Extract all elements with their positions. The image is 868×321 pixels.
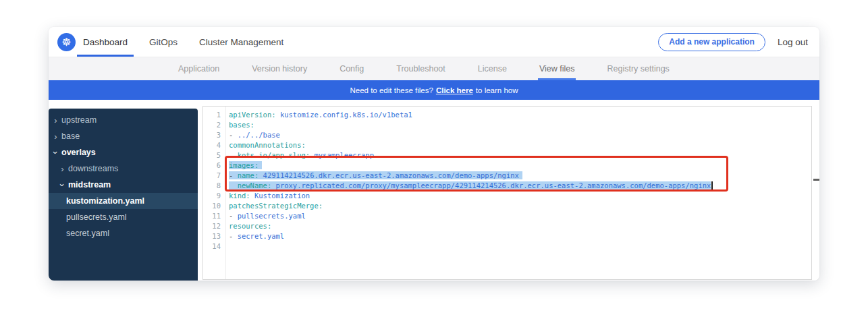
token-key: images: bbox=[229, 161, 259, 169]
tree-item-label: secret.yaml bbox=[66, 229, 109, 238]
editor-scrollbar-thumb[interactable] bbox=[813, 179, 819, 181]
code-line-2[interactable]: bases: bbox=[229, 120, 811, 130]
logout-button[interactable]: Log out bbox=[778, 37, 808, 47]
kubernetes-logo-icon: ☸ bbox=[57, 33, 76, 51]
tree-item-kustomization-yaml[interactable]: kustomization.yaml bbox=[49, 193, 198, 209]
chevron-right-icon: › bbox=[59, 165, 65, 173]
code-line-7[interactable]: - name: 429114214526.dkr.ecr.us-east-2.a… bbox=[229, 171, 811, 181]
token-key: newName: bbox=[238, 181, 272, 189]
token-val: secret.yaml bbox=[238, 232, 285, 240]
token-key: kind: bbox=[229, 192, 250, 200]
subnav-tab-registry-settings[interactable]: Registry settings bbox=[605, 57, 670, 80]
line-number: 3 bbox=[203, 130, 221, 140]
code-line-9[interactable]: kind: Kustomization bbox=[229, 191, 811, 201]
token-key: patchesStrategicMerge: bbox=[229, 202, 323, 210]
tree-item-label: overlays bbox=[61, 148, 96, 157]
subnav-tab-config[interactable]: Config bbox=[338, 57, 365, 80]
application-subnav: ApplicationVersion historyConfigTroubles… bbox=[49, 57, 819, 80]
tree-item-base[interactable]: ›base bbox=[49, 128, 198, 144]
line-number: 1 bbox=[203, 110, 221, 120]
token-key: apiVersion: bbox=[229, 111, 276, 119]
line-number-gutter: 1234567891011121314 bbox=[203, 107, 226, 279]
chevron-right-icon: › bbox=[53, 116, 59, 125]
token-key: kots.io/app-slug: bbox=[238, 151, 310, 159]
tree-item-label: base bbox=[61, 132, 80, 141]
banner-text-after: to learn how bbox=[476, 86, 518, 94]
token-plain bbox=[229, 181, 238, 189]
selected-text: newName: proxy.replicated.com/proxy/mysa… bbox=[229, 181, 711, 189]
code-line-6[interactable]: images: bbox=[229, 160, 811, 171]
code-line-14[interactable] bbox=[229, 241, 811, 252]
line-number: 2 bbox=[203, 120, 221, 130]
token-meta: - bbox=[229, 212, 238, 220]
tree-item-label: kustomization.yaml bbox=[66, 196, 144, 206]
edit-files-banner: Need to edit these files? Click here to … bbox=[49, 80, 819, 100]
code-line-5[interactable]: kots.io/app-slug: mysampleecrapp bbox=[229, 150, 811, 160]
add-new-application-button[interactable]: Add a new application bbox=[658, 33, 765, 51]
chevron-down-icon: › bbox=[51, 150, 60, 156]
view-files-content: ›upstream›base›overlays›downstreams›mids… bbox=[49, 100, 819, 281]
code-line-1[interactable]: apiVersion: kustomize.config.k8s.io/v1be… bbox=[229, 110, 811, 120]
top-nav-right: Add a new application Log out bbox=[658, 27, 819, 57]
subnav-tab-license[interactable]: License bbox=[477, 57, 508, 80]
tree-item-downstreams[interactable]: ›downstreams bbox=[49, 160, 198, 177]
top-navigation-bar: ☸ DashboardGitOpsCluster Management Add … bbox=[49, 27, 819, 57]
tree-item-midstream[interactable]: ›midstream bbox=[49, 177, 198, 193]
nav-tab-gitops[interactable]: GitOps bbox=[143, 27, 184, 57]
code-line-4[interactable]: commonAnnotations: bbox=[229, 140, 811, 150]
token-meta: - bbox=[229, 232, 238, 240]
token-val: proxy.replicated.com/proxy/mysampleecrap… bbox=[276, 181, 711, 189]
tree-item-label: midstream bbox=[68, 180, 111, 189]
line-number: 4 bbox=[203, 140, 221, 150]
text-cursor bbox=[711, 181, 713, 189]
nav-tab-cluster-management[interactable]: Cluster Management bbox=[193, 27, 290, 57]
token-key: bases: bbox=[229, 121, 254, 129]
tree-item-label: pullsecrets.yaml bbox=[66, 212, 127, 222]
tree-item-overlays[interactable]: ›overlays bbox=[49, 144, 198, 160]
nav-tab-dashboard[interactable]: Dashboard bbox=[77, 27, 134, 57]
token-key: name: bbox=[238, 171, 259, 179]
subnav-tab-application[interactable]: Application bbox=[177, 57, 221, 80]
token-key: resources: bbox=[229, 222, 271, 230]
token-val: mysampleecrapp bbox=[314, 151, 374, 159]
top-nav-tabs: DashboardGitOpsCluster Management bbox=[76, 27, 290, 57]
tree-item-label: upstream bbox=[61, 115, 97, 125]
chevron-right-icon: › bbox=[53, 132, 59, 141]
line-number: 6 bbox=[203, 160, 221, 171]
tree-item-secret-yaml[interactable]: secret.yaml bbox=[49, 225, 198, 241]
subnav-tab-version-history[interactable]: Version history bbox=[250, 57, 308, 80]
file-tree-sidebar: ›upstream›base›overlays›downstreams›mids… bbox=[49, 109, 198, 281]
line-number: 13 bbox=[203, 231, 221, 241]
code-line-8[interactable]: newName: proxy.replicated.com/proxy/mysa… bbox=[229, 181, 811, 191]
code-editor[interactable]: 1234567891011121314 apiVersion: kustomiz… bbox=[202, 106, 812, 280]
line-number: 8 bbox=[203, 181, 221, 191]
token-val: pullsecrets.yaml bbox=[238, 212, 306, 220]
token-val: ../../base bbox=[238, 131, 280, 139]
code-line-11[interactable]: - pullsecrets.yaml bbox=[229, 211, 811, 221]
line-number: 9 bbox=[203, 191, 221, 201]
code-pane[interactable]: apiVersion: kustomize.config.k8s.io/v1be… bbox=[226, 107, 811, 279]
token-key: commonAnnotations: bbox=[229, 141, 306, 149]
selected-text: - name: 429114214526.dkr.ecr.us-east-2.a… bbox=[229, 171, 522, 179]
line-number: 12 bbox=[203, 221, 221, 231]
code-line-13[interactable]: - secret.yaml bbox=[229, 231, 811, 241]
tree-item-upstream[interactable]: ›upstream bbox=[49, 112, 198, 128]
line-number: 10 bbox=[203, 201, 221, 211]
line-number: 14 bbox=[203, 241, 221, 252]
code-line-12[interactable]: resources: bbox=[229, 221, 811, 231]
selected-text: images: bbox=[229, 161, 262, 169]
tree-item-label: downstreams bbox=[68, 164, 118, 173]
token-meta: - bbox=[229, 131, 238, 139]
token-val: kustomize.config.k8s.io/v1beta1 bbox=[280, 111, 412, 119]
code-line-3[interactable]: - ../../base bbox=[229, 130, 811, 140]
token-plain bbox=[229, 151, 238, 159]
banner-click-here-link[interactable]: Click here bbox=[436, 86, 473, 94]
token-val: 429114214526.dkr.ecr.us-east-2.amazonaws… bbox=[263, 171, 519, 179]
subnav-tab-view-files[interactable]: View files bbox=[538, 57, 576, 80]
tree-item-pullsecrets-yaml[interactable]: pullsecrets.yaml bbox=[49, 209, 198, 225]
token-val: Kustomization bbox=[254, 192, 310, 200]
chevron-down-icon: › bbox=[58, 182, 67, 188]
subnav-tab-troubleshoot[interactable]: Troubleshoot bbox=[395, 57, 447, 80]
code-line-10[interactable]: patchesStrategicMerge: bbox=[229, 201, 811, 211]
line-number: 7 bbox=[203, 171, 221, 181]
